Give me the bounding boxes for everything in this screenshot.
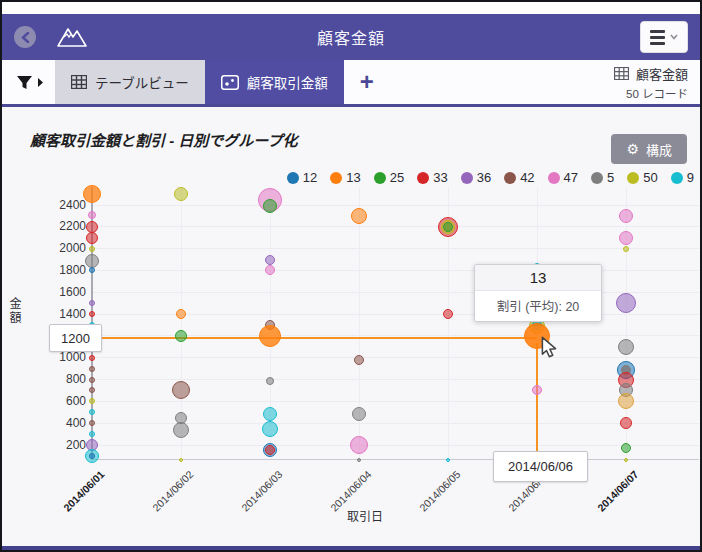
y-gridline — [92, 248, 699, 249]
y-tick-label: 2000 — [44, 241, 86, 255]
legend-item[interactable]: 42 — [504, 170, 534, 185]
legend-item[interactable]: 25 — [374, 170, 404, 185]
legend-label: 33 — [433, 170, 447, 185]
chevron-left-icon — [21, 32, 30, 43]
add-tab-button[interactable]: + — [344, 60, 390, 104]
table-icon — [71, 75, 87, 89]
datasource-info: 顧客金額 50 レコード — [614, 60, 700, 104]
data-bubble[interactable] — [89, 355, 95, 361]
mouse-cursor-icon — [541, 336, 558, 358]
legend-label: 9 — [687, 170, 694, 185]
data-bubble[interactable] — [262, 421, 278, 437]
legend-dot — [374, 172, 386, 184]
crosshair-vertical-line — [536, 343, 538, 451]
legend-item[interactable]: 50 — [627, 170, 657, 185]
legend-label: 42 — [520, 170, 534, 185]
datasource-table-icon — [614, 67, 629, 80]
data-bubble[interactable] — [174, 187, 188, 201]
data-bubble[interactable] — [266, 377, 274, 385]
y-tick-label: 1400 — [44, 307, 86, 321]
app-logo — [56, 25, 88, 49]
mountain-logo-icon — [56, 25, 88, 49]
header-menu-button[interactable] — [640, 21, 688, 53]
legend-dot — [287, 172, 299, 184]
crosshair-horizontal-line — [100, 337, 537, 339]
tab-chart-view-label: 顧客取引金額 — [247, 72, 328, 92]
legend-item[interactable]: 13 — [330, 170, 360, 185]
tooltip: 13 割引 (平均): 20 — [474, 264, 602, 322]
y-gridline — [92, 205, 699, 206]
legend-dot — [548, 172, 560, 184]
back-button[interactable] — [14, 26, 36, 48]
data-bubble[interactable] — [259, 325, 281, 347]
legend-label: 13 — [346, 170, 360, 185]
configure-button[interactable]: ⚙ 構成 — [611, 134, 687, 164]
data-bubble[interactable] — [173, 422, 189, 438]
data-bubble[interactable] — [350, 436, 368, 454]
tab-table-view-label: テーブルビュー — [95, 72, 189, 92]
legend-label: 47 — [564, 170, 578, 185]
y-tick-label: 800 — [44, 372, 86, 386]
record-count: 50 レコード — [614, 85, 688, 101]
filter-button[interactable] — [2, 60, 55, 104]
y-gridline — [92, 401, 699, 402]
data-bubble[interactable] — [354, 355, 364, 365]
legend-item[interactable]: 12 — [287, 170, 317, 185]
legend-item[interactable]: 33 — [417, 170, 447, 185]
legend-label: 12 — [303, 170, 317, 185]
page-title: 顧客金額 — [2, 25, 700, 49]
plus-icon: + — [360, 68, 374, 96]
y-tick-label: 1800 — [44, 263, 86, 277]
data-bubble[interactable] — [443, 222, 453, 232]
chart-title: 顧客取引金額と割引 - 日別でグループ化 — [30, 129, 297, 150]
data-bubble[interactable] — [85, 254, 99, 268]
crosshair-y-value-label: 1200 — [49, 324, 102, 352]
y-tick-label: 1000 — [44, 350, 86, 364]
data-bubble[interactable] — [619, 209, 633, 223]
y-gridline — [92, 445, 699, 446]
tab-chart-view[interactable]: 顧客取引金額 — [205, 60, 344, 104]
data-bubble[interactable] — [86, 232, 98, 244]
legend-item[interactable]: 9 — [671, 170, 694, 185]
data-bubble[interactable] — [618, 339, 634, 355]
filter-funnel-icon — [16, 74, 33, 91]
legend-dot — [330, 172, 342, 184]
data-bubble[interactable] — [89, 453, 95, 459]
data-bubble[interactable] — [619, 231, 633, 245]
filter-expand-icon — [37, 78, 43, 87]
app-window: 顧客金額 テーブルビュー — [0, 0, 702, 552]
window-top-strip — [2, 2, 700, 14]
chevron-down-icon — [670, 34, 678, 40]
y-gridline — [92, 357, 699, 358]
y-axis-title: 金額 — [6, 297, 23, 325]
data-bubble[interactable] — [89, 246, 95, 252]
gear-icon: ⚙ — [626, 142, 639, 156]
data-bubble[interactable] — [89, 377, 95, 383]
tooltip-title: 13 — [475, 265, 601, 291]
legend-item[interactable]: 47 — [548, 170, 578, 185]
data-bubble[interactable] — [263, 199, 277, 213]
hamburger-icon — [650, 30, 665, 45]
legend-dot — [461, 172, 473, 184]
y-gridline — [92, 292, 699, 293]
data-bubble[interactable] — [623, 246, 629, 252]
y-tick-label: 400 — [44, 416, 86, 430]
data-bubble[interactable] — [89, 366, 95, 372]
data-bubble[interactable] — [83, 185, 101, 203]
y-tick-label: 2200 — [44, 219, 86, 233]
data-bubble[interactable] — [88, 211, 96, 219]
window-bottom-bar — [2, 546, 700, 550]
tab-table-view[interactable]: テーブルビュー — [55, 60, 205, 104]
data-bubble[interactable] — [351, 208, 367, 224]
app-header: 顧客金額 — [2, 14, 700, 60]
legend-dot — [591, 172, 603, 184]
legend-label: 36 — [477, 170, 491, 185]
legend-dot — [627, 172, 639, 184]
legend-dot — [417, 172, 429, 184]
legend-item[interactable]: 5 — [591, 170, 614, 185]
data-bubble[interactable] — [265, 255, 275, 265]
legend-item[interactable]: 36 — [461, 170, 491, 185]
data-bubble[interactable] — [175, 330, 187, 342]
y-tick-label: 2400 — [44, 198, 86, 212]
chart-tab-icon — [221, 75, 239, 90]
